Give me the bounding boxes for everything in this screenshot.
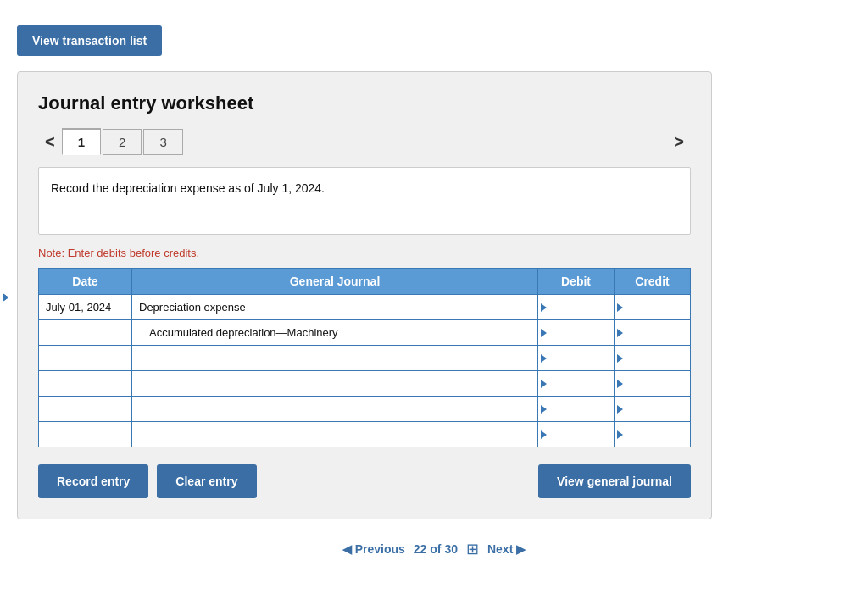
prev-page-button[interactable]: ◀ Previous (342, 542, 405, 556)
next-page-button[interactable]: Next ▶ (487, 542, 526, 556)
note-text: Note: Enter debits before credits. (38, 247, 691, 259)
table-row: Accumulated depreciation—Machinery (39, 320, 691, 346)
credit-indicator-6 (617, 430, 623, 439)
row4-date (39, 371, 132, 397)
col-header-credit: Credit (615, 269, 691, 295)
credit-indicator-4 (617, 380, 623, 388)
table-row (39, 422, 691, 447)
row4-credit[interactable] (615, 371, 691, 397)
row6-credit[interactable] (615, 422, 691, 447)
journal-table: Date General Journal Debit Credit July 0… (38, 268, 691, 447)
row2-credit[interactable] (615, 320, 691, 346)
row6-debit[interactable] (538, 422, 615, 447)
bottom-nav: ◀ Previous 22 of 30 ⊞ Next ▶ (17, 533, 851, 565)
credit-indicator-2 (617, 329, 623, 337)
row5-debit[interactable] (538, 397, 615, 422)
grid-icon: ⊞ (466, 540, 479, 558)
row3-debit[interactable] (538, 346, 615, 371)
instruction-box: Record the depreciation expense as of Ju… (38, 167, 691, 235)
credit-indicator-5 (617, 405, 623, 414)
table-row (39, 371, 691, 397)
worksheet-card: Journal entry worksheet < 1 2 3 > Record… (17, 71, 712, 519)
row1-journal[interactable]: Depreciation expense (132, 295, 538, 320)
debit-indicator-5 (541, 405, 547, 414)
row4-journal[interactable] (132, 371, 538, 397)
row3-journal[interactable] (132, 346, 538, 371)
table-row (39, 346, 691, 371)
tab-2[interactable]: 2 (103, 129, 142, 155)
row2-debit[interactable] (538, 320, 615, 346)
tabs-row: < 1 2 3 > (38, 128, 691, 155)
row3-credit[interactable] (615, 346, 691, 371)
row6-date (39, 422, 132, 447)
credit-indicator-3 (617, 354, 623, 363)
record-entry-button[interactable]: Record entry (38, 464, 148, 498)
row2-date (39, 320, 132, 346)
debit-indicator-2 (541, 329, 547, 337)
prev-tab-button[interactable]: < (38, 129, 62, 155)
col-header-debit: Debit (538, 269, 615, 295)
row5-journal[interactable] (132, 397, 538, 422)
journal-indicator-6 (3, 293, 8, 302)
row1-date: July 01, 2024 (39, 295, 132, 320)
view-transaction-button[interactable]: View transaction list (17, 25, 162, 56)
row6-journal[interactable] (132, 422, 538, 447)
debit-indicator-1 (541, 303, 547, 312)
row4-debit[interactable] (538, 371, 615, 397)
row3-date (39, 346, 132, 371)
col-header-date: Date (39, 269, 132, 295)
clear-entry-button[interactable]: Clear entry (157, 464, 256, 498)
row5-credit[interactable] (615, 397, 691, 422)
row2-journal[interactable]: Accumulated depreciation—Machinery (132, 320, 538, 346)
page-wrapper: View transaction list Journal entry work… (0, 0, 868, 591)
tab-1[interactable]: 1 (62, 128, 101, 155)
page-info: 22 of 30 (414, 542, 458, 556)
debit-indicator-3 (541, 354, 547, 363)
action-buttons-row: Record entry Clear entry View general jo… (38, 464, 691, 498)
row1-credit[interactable] (615, 295, 691, 320)
tab-3[interactable]: 3 (143, 129, 182, 155)
next-tab-button[interactable]: > (667, 129, 691, 155)
view-general-journal-button[interactable]: View general journal (538, 464, 691, 498)
debit-indicator-4 (541, 380, 547, 388)
instruction-text: Record the depreciation expense as of Ju… (51, 181, 325, 195)
col-header-journal: General Journal (132, 269, 538, 295)
worksheet-title: Journal entry worksheet (38, 92, 691, 114)
row1-debit[interactable] (538, 295, 615, 320)
table-row: July 01, 2024 Depreciation expense (39, 295, 691, 320)
debit-indicator-6 (541, 430, 547, 439)
row5-date (39, 397, 132, 422)
table-row (39, 397, 691, 422)
credit-indicator-1 (617, 303, 623, 312)
